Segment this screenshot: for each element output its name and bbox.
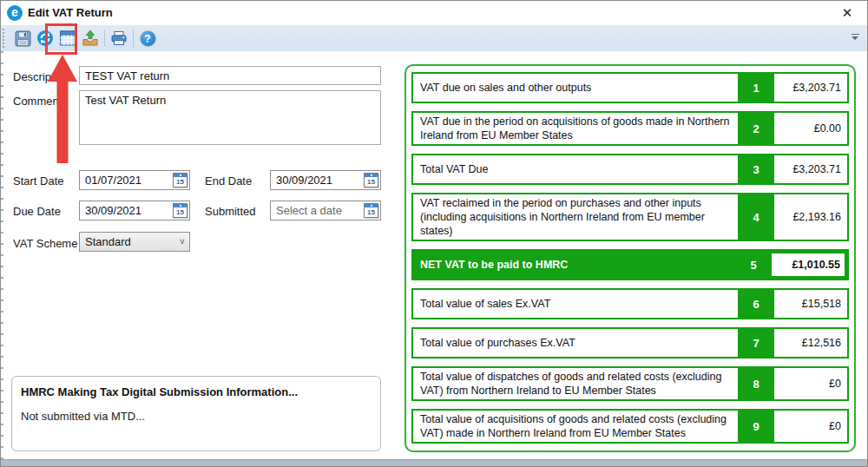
close-icon[interactable]: ✕	[838, 4, 857, 22]
calendar-icon[interactable]: 15	[364, 173, 378, 187]
annotation-highlight-box	[45, 23, 77, 55]
mtd-info-box: HMRC Making Tax Digital Submission Infor…	[11, 376, 381, 451]
vat-box-number: 2	[738, 113, 774, 144]
calendar-icon[interactable]: 15	[173, 203, 187, 218]
vat-box-value: £15,518	[774, 290, 847, 318]
due-date-picker[interactable]: 30/09/2021 15	[79, 201, 190, 220]
vat-box-value: £0	[774, 368, 847, 399]
vat-box-value: £2,193.16	[774, 194, 847, 240]
vat-box-number: 8	[738, 368, 774, 399]
vat-box-number: 9	[738, 411, 774, 442]
title-bar: e Edit VAT Return ✕	[1, 1, 867, 25]
window-title: Edit VAT Return	[28, 6, 113, 19]
vat-box-row: VAT reclaimed in the period on purchases…	[411, 193, 849, 241]
vat-box-value: £0	[774, 411, 847, 442]
vat-scheme-dropdown[interactable]: Standard ˅	[79, 232, 190, 252]
end-date-label: End Date	[205, 174, 252, 187]
vat-scheme-value: Standard	[80, 235, 175, 248]
vat-box-row: Total value of purchases Ex.VAT 7 £12,51…	[411, 327, 849, 358]
mtd-info-title: HMRC Making Tax Digital Submission Infor…	[21, 385, 298, 398]
vat-box-label: NET VAT to be paid to HMRC	[413, 251, 735, 279]
app-logo-icon: e	[7, 5, 23, 21]
comments-input[interactable]: Test VAT Return	[79, 90, 381, 145]
vat-box-row: Total value of sales Ex.VAT 6 £15,518	[411, 288, 849, 319]
toolbar-overflow-button[interactable]	[850, 33, 860, 43]
left-dotted-edge	[1, 51, 3, 461]
vat-box-row: Total value of acquisitions of goods and…	[411, 409, 849, 444]
window-bottom-border	[1, 459, 867, 466]
vat-box-row: VAT due in the period on acquisitions of…	[411, 111, 849, 146]
import-button[interactable]	[79, 27, 102, 49]
vat-box-label: VAT reclaimed in the period on purchases…	[413, 194, 738, 240]
help-button[interactable]: ?	[136, 27, 159, 49]
description-input[interactable]	[79, 66, 381, 85]
toolbar-grip-handle[interactable]	[3, 29, 6, 48]
edit-vat-return-dialog: e Edit VAT Return ✕	[0, 0, 868, 467]
vat-box-number: 3	[738, 155, 774, 183]
due-date-value: 30/09/2021	[80, 204, 173, 217]
help-icon: ?	[140, 30, 156, 47]
vat-box-row: VAT due on sales and other outputs 1 £3,…	[411, 72, 849, 103]
vat-box-value: £1,010.55	[772, 253, 845, 276]
start-date-value: 01/07/2021	[80, 174, 173, 187]
import-icon	[82, 30, 99, 47]
calendar-icon[interactable]: 15	[364, 203, 378, 218]
mtd-status-text: Not submitted via MTD...	[21, 410, 145, 423]
overflow-icon	[852, 34, 859, 35]
vat-box-number: 1	[738, 74, 774, 102]
vat-box-row: NET VAT to be paid to HMRC 5 £1,010.55	[411, 249, 849, 280]
submitted-date-picker[interactable]: Select a date 15	[270, 201, 381, 220]
end-date-value: 30/09/2021	[271, 174, 364, 187]
vat-box-value: £12,516	[774, 329, 847, 357]
save-button[interactable]	[11, 27, 34, 49]
vat-box-label: VAT due in the period on acquisitions of…	[413, 113, 738, 144]
save-icon	[15, 30, 31, 47]
toolbar: ?	[1, 25, 867, 51]
vat-box-label: Total value of purchases Ex.VAT	[413, 329, 738, 357]
annotation-arrow-icon	[48, 55, 77, 163]
submitted-date-placeholder: Select a date	[271, 204, 364, 217]
print-button[interactable]	[108, 27, 130, 49]
vat-box-number: 6	[738, 290, 774, 318]
due-date-label: Due Date	[13, 205, 61, 218]
vat-box-label: Total value of sales Ex.VAT	[413, 290, 738, 318]
vat-box-label: Total value of acquisitions of goods and…	[413, 411, 738, 442]
toolbar-separator	[104, 30, 105, 47]
vat-box-number: 5	[735, 251, 772, 279]
start-date-label: Start Date	[13, 174, 64, 187]
vat-boxes-panel: VAT due on sales and other outputs 1 £3,…	[404, 64, 856, 452]
vat-box-number: 7	[738, 329, 774, 357]
chevron-down-icon: ˅	[175, 237, 189, 247]
end-date-picker[interactable]: 30/09/2021 15	[270, 170, 381, 190]
vat-box-value: £0.00	[774, 113, 847, 144]
print-icon	[110, 30, 128, 47]
vat-box-label: Total value of dispatches of goods and r…	[413, 368, 738, 399]
calendar-icon[interactable]: 15	[173, 173, 187, 187]
vat-box-value: £3,203.71	[774, 155, 847, 183]
start-date-picker[interactable]: 01/07/2021 15	[79, 170, 190, 190]
vat-scheme-label: VAT Scheme	[13, 237, 77, 250]
vat-box-row: Total value of dispatches of goods and r…	[411, 366, 849, 401]
toolbar-separator	[133, 30, 134, 47]
vat-box-label: VAT due on sales and other outputs	[413, 74, 738, 102]
vat-box-row: Total VAT Due 3 £3,203.71	[411, 154, 849, 185]
vat-box-number: 4	[738, 194, 774, 240]
vat-box-label: Total VAT Due	[413, 155, 738, 183]
submitted-label: Submitted	[205, 205, 256, 218]
vat-box-value: £3,203.71	[774, 74, 847, 102]
